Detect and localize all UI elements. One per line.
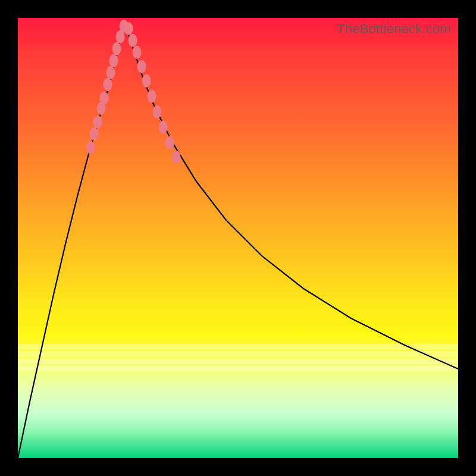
data-marker xyxy=(129,34,137,47)
data-marker xyxy=(93,115,102,129)
data-marker xyxy=(104,78,112,91)
curve-path-right xyxy=(125,24,458,369)
data-marker xyxy=(100,92,109,105)
data-marker xyxy=(86,141,95,154)
data-marker xyxy=(165,136,174,149)
data-marker xyxy=(142,74,151,87)
data-marker xyxy=(159,121,168,134)
data-marker xyxy=(137,60,146,73)
marker-layer xyxy=(86,20,181,164)
data-marker xyxy=(153,105,162,118)
data-marker xyxy=(112,42,121,55)
data-marker xyxy=(172,151,181,164)
data-marker xyxy=(107,66,115,79)
data-marker xyxy=(124,22,133,35)
data-marker xyxy=(90,127,99,140)
chart-frame: TheBottleneck.com xyxy=(0,0,476,476)
data-marker xyxy=(109,54,118,67)
data-marker xyxy=(148,90,156,103)
plot-area: TheBottleneck.com xyxy=(18,18,458,458)
watermark-text: TheBottleneck.com xyxy=(337,21,451,37)
data-marker xyxy=(133,46,142,59)
right-branch-curve xyxy=(125,24,458,369)
curve-layer xyxy=(18,18,458,458)
